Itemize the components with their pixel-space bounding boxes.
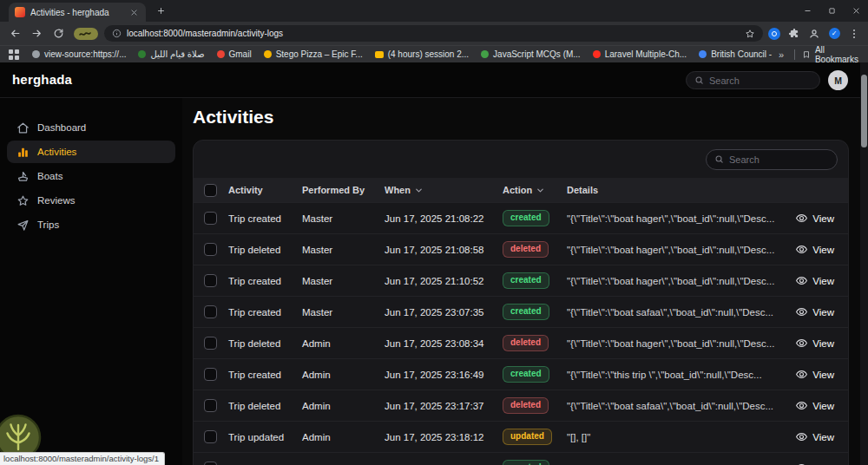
sidebar-item-boats[interactable]: Boats — [7, 165, 175, 187]
bookmark-label: view-source:https://... — [44, 49, 126, 59]
browser-tab[interactable]: Activities - herghada — [9, 3, 146, 22]
row-checkbox[interactable] — [204, 337, 217, 350]
page-scrollbar[interactable] — [860, 62, 868, 465]
table-row: Trip deletedMasterJun 17, 2025 21:08:58d… — [194, 233, 848, 265]
table-row: Trip createdAdminJun 17, 2025 23:16:49cr… — [194, 358, 848, 390]
sidebar-item-trips[interactable]: Trips — [7, 213, 175, 236]
row-checkbox[interactable] — [204, 212, 217, 225]
user-avatar[interactable]: M — [828, 70, 848, 90]
sidebar-item-reviews[interactable]: Reviews — [7, 189, 175, 212]
bookmark-star-icon[interactable] — [745, 29, 755, 39]
eye-icon — [795, 368, 808, 381]
global-search[interactable] — [686, 71, 820, 89]
eye-icon — [795, 212, 808, 225]
cell-performed-by: Master — [302, 307, 385, 318]
column-header-performed-by[interactable]: Performed By — [302, 185, 385, 195]
view-button[interactable]: View — [786, 305, 848, 318]
row-checkbox[interactable] — [204, 274, 217, 287]
sidebar-item-label: Dashboard — [37, 122, 86, 133]
bookmark-item[interactable]: Stego Pizza – Epic F... — [258, 48, 369, 62]
bookmark-item[interactable]: view-source:https://... — [26, 48, 132, 62]
bookmark-favicon — [138, 50, 146, 58]
extensions-puzzle-icon[interactable] — [786, 25, 803, 43]
action-badge: created — [503, 304, 549, 320]
cell-details: "{\"Title\":\"boat hager\",\"boat_id\":n… — [567, 276, 786, 286]
cell-activity: Trip deleted — [228, 245, 302, 255]
table-search-input[interactable] — [729, 154, 829, 165]
view-button[interactable]: View — [786, 337, 848, 350]
action-badge: deleted — [503, 397, 549, 414]
bookmark-item[interactable]: صلاة قيام الليل — [132, 48, 210, 62]
row-checkbox[interactable] — [204, 368, 217, 381]
row-checkbox[interactable] — [204, 399, 217, 412]
cell-activity: Trip created — [228, 276, 302, 286]
table-row: Trip deletedAdminJun 17, 2025 23:08:34de… — [194, 327, 848, 358]
sync-check-icon[interactable]: ✓ — [825, 25, 843, 43]
view-button[interactable]: View — [786, 243, 848, 256]
view-button[interactable]: View — [786, 462, 848, 465]
reload-icon[interactable] — [49, 24, 68, 43]
back-icon[interactable] — [5, 24, 24, 43]
bookmark-label: (4 hours) session 2... — [388, 49, 469, 59]
eye-icon — [795, 462, 808, 465]
bookmark-label: Gmail — [229, 49, 252, 59]
sidebar-item-activities[interactable]: Activities — [7, 141, 175, 163]
global-search-input[interactable] — [709, 75, 812, 86]
select-all-checkbox[interactable] — [204, 184, 217, 197]
bookmark-item[interactable]: Laravel Multiple-Ch... — [587, 48, 693, 62]
cell-when: Jun 17, 2025 23:17:37 — [385, 401, 503, 411]
bookmark-item[interactable]: Gmail — [211, 48, 258, 62]
table-toolbar — [194, 141, 848, 178]
profile-icon[interactable] — [806, 25, 823, 43]
apps-grid-icon[interactable] — [7, 48, 21, 62]
minimize-button[interactable] — [795, 0, 819, 22]
cell-when: Jun 17, 2025 23:07:35 — [385, 307, 503, 318]
tab-close-icon[interactable] — [128, 6, 140, 18]
chevron-down-icon — [536, 186, 545, 195]
bookmark-item[interactable]: British Council - كورس... — [693, 48, 773, 62]
url-text[interactable]: localhost:8000/masteradmin/activity-logs — [127, 29, 740, 38]
browser-chrome: Activities - herghada localhost:8000/mas… — [0, 0, 868, 62]
cell-performed-by: Master — [302, 245, 385, 255]
eye-icon — [795, 243, 808, 256]
menu-kebab-icon[interactable] — [845, 25, 863, 43]
cell-activity: Trip deleted — [228, 338, 302, 349]
view-button[interactable]: View — [786, 212, 848, 225]
cell-activity: Trip updated — [228, 432, 302, 442]
bookmarks-overflow-icon[interactable]: » — [775, 49, 787, 60]
chart-icon — [16, 146, 30, 159]
row-checkbox[interactable] — [204, 305, 217, 318]
home-icon — [16, 121, 30, 134]
forward-icon[interactable] — [27, 24, 46, 43]
table-body: Trip createdMasterJun 17, 2025 21:08:22c… — [194, 202, 848, 465]
all-bookmarks-button[interactable]: All Bookmarks — [802, 45, 861, 64]
view-button[interactable]: View — [786, 274, 848, 287]
star-icon — [16, 194, 30, 207]
bookmark-label: British Council - كورس... — [711, 49, 773, 59]
column-header-activity[interactable]: Activity — [228, 185, 302, 195]
row-checkbox[interactable] — [204, 243, 217, 256]
address-bar[interactable]: localhost:8000/masteradmin/activity-logs — [104, 25, 763, 42]
sidebar-item-dashboard[interactable]: Dashboard — [7, 116, 175, 139]
extension-badge-icon[interactable] — [74, 28, 98, 40]
site-info-icon[interactable] — [112, 29, 122, 38]
close-button[interactable] — [844, 0, 868, 22]
bookmark-item[interactable]: (4 hours) session 2... — [369, 48, 475, 62]
extension-blue-icon[interactable] — [766, 25, 783, 43]
bookmark-item[interactable]: JavaScript MCQs (M... — [475, 48, 587, 62]
row-checkbox[interactable] — [204, 462, 217, 465]
new-tab-button[interactable] — [151, 2, 170, 21]
row-checkbox[interactable] — [204, 430, 217, 443]
column-header-action[interactable]: Action — [503, 185, 567, 195]
bookmark-label: صلاة قيام الليل — [150, 49, 204, 59]
scrollbar-thumb[interactable] — [861, 75, 867, 147]
table-search[interactable] — [706, 149, 838, 170]
view-button[interactable]: View — [786, 368, 848, 381]
maximize-button[interactable] — [819, 0, 844, 22]
view-button[interactable]: View — [786, 399, 848, 412]
eye-icon — [795, 305, 808, 318]
view-button[interactable]: View — [786, 430, 848, 443]
view-label: View — [812, 370, 834, 380]
brand-logo[interactable]: herghada — [12, 72, 72, 87]
column-header-when[interactable]: When — [385, 185, 503, 195]
